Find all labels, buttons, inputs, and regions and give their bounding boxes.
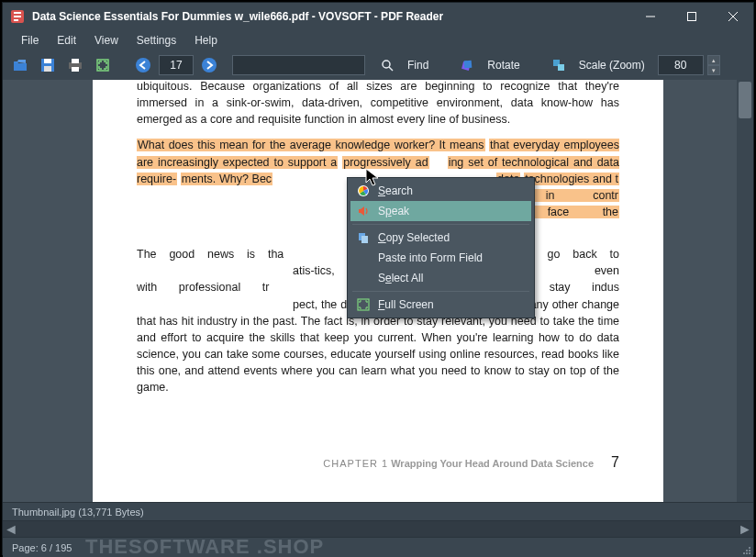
chapter-title: Wrapping Your Head Around Data Science	[391, 458, 594, 469]
vertical-scrollbar[interactable]	[737, 80, 753, 502]
fullscreen-toolbar-button[interactable]	[91, 54, 115, 76]
minimize-button[interactable]	[629, 3, 671, 30]
window-title: Data Science Essentials For Dummies w_wi…	[32, 10, 629, 23]
page-number-display: 7	[611, 454, 619, 470]
scale-icon	[550, 58, 568, 72]
prev-page-button[interactable]	[131, 54, 155, 76]
save-button[interactable]	[36, 54, 60, 76]
svg-point-32	[749, 552, 750, 554]
search-icon	[378, 58, 396, 72]
svg-point-31	[746, 552, 748, 554]
svg-point-17	[383, 61, 390, 68]
google-search-icon	[354, 184, 372, 198]
ctx-separator	[352, 224, 529, 225]
print-button[interactable]	[63, 54, 87, 76]
ctx-fullscreen[interactable]: Full Screen	[350, 295, 531, 315]
window-controls	[629, 3, 753, 30]
menubar: File Edit View Settings Help	[3, 30, 753, 50]
rotate-label: Rotate	[487, 59, 519, 72]
ctx-paste[interactable]: Paste into Form Field	[350, 248, 531, 268]
zoom-spinner: ▲ ▼	[707, 55, 720, 75]
ctx-copy-label: Copy Selected	[378, 231, 450, 244]
ctx-search[interactable]: Search	[350, 181, 531, 201]
titlebar: Data Science Essentials For Dummies w_wi…	[3, 3, 753, 30]
svg-point-30	[743, 552, 745, 554]
ctx-select-all[interactable]: Select All	[350, 268, 531, 288]
watermark: THESOFTWARE .SHOP	[85, 535, 324, 557]
svg-rect-2	[14, 16, 21, 17]
next-page-button[interactable]	[197, 54, 221, 76]
find-button[interactable]: Find	[369, 54, 438, 76]
menu-settings[interactable]: Settings	[129, 32, 183, 49]
svg-rect-13	[72, 67, 79, 72]
svg-point-28	[746, 550, 748, 551]
scroll-thumb[interactable]	[739, 82, 751, 118]
speaker-icon	[354, 204, 372, 218]
close-button[interactable]	[712, 3, 753, 30]
svg-rect-10	[44, 66, 51, 72]
svg-rect-22	[558, 64, 564, 71]
svg-rect-14	[97, 60, 108, 71]
ctx-paste-label: Paste into Form Field	[378, 251, 483, 264]
fullscreen-icon	[354, 297, 372, 312]
svg-rect-12	[72, 59, 79, 63]
menu-help[interactable]: Help	[187, 32, 225, 49]
svg-line-18	[389, 67, 393, 71]
ctx-copy[interactable]: Copy Selected	[350, 228, 531, 248]
resize-grip[interactable]	[740, 544, 751, 555]
scale-button[interactable]: Scale (Zoom)	[540, 54, 654, 76]
scroll-right-button[interactable]: ►	[737, 521, 753, 537]
maximize-button[interactable]	[671, 3, 712, 30]
scale-label: Scale (Zoom)	[579, 59, 645, 72]
svg-point-15	[136, 58, 150, 72]
copy-icon	[354, 230, 372, 245]
app-window: Data Science Essentials For Dummies w_wi…	[2, 2, 754, 555]
ctx-speak-label: Speak	[378, 205, 409, 217]
svg-rect-25	[361, 236, 368, 243]
search-input[interactable]	[232, 55, 365, 75]
status-bar-thumb: Thumbnail.jpg (13,771 Bytes)	[3, 502, 753, 520]
svg-rect-20	[464, 61, 472, 69]
ctx-search-label: Search	[378, 184, 413, 197]
svg-rect-3	[14, 19, 18, 21]
zoom-up-button[interactable]: ▲	[707, 55, 720, 65]
context-menu: Search Speak Copy Selected Paste into Fo…	[347, 177, 535, 318]
page-footer: CHAPTER 1 Wrapping Your Head Around Data…	[93, 451, 619, 473]
select-all-icon	[354, 271, 372, 285]
svg-point-29	[749, 550, 750, 551]
chapter-label: CHAPTER 1	[323, 458, 388, 469]
toolbar: Find Rotate Scale (Zoom) ▲ ▼	[3, 50, 753, 80]
page-number-input[interactable]	[159, 55, 194, 75]
zoom-down-button[interactable]: ▼	[707, 65, 720, 75]
ctx-speak[interactable]: Speak	[350, 201, 531, 221]
ctx-fullscreen-label: Full Screen	[378, 298, 434, 311]
svg-rect-5	[687, 13, 695, 21]
rotate-icon	[458, 58, 476, 72]
svg-point-27	[749, 547, 750, 549]
paste-icon	[354, 251, 372, 265]
menu-edit[interactable]: Edit	[50, 32, 83, 49]
scroll-left-button[interactable]: ◄	[3, 521, 19, 537]
ctx-separator	[352, 291, 529, 292]
find-label: Find	[407, 59, 428, 72]
svg-point-16	[202, 58, 217, 72]
paragraph: ubiquitous. Because organizations of all…	[137, 80, 619, 128]
menu-file[interactable]: File	[14, 32, 46, 49]
open-button[interactable]	[8, 54, 32, 76]
zoom-value-input[interactable]	[658, 55, 704, 75]
svg-rect-9	[44, 59, 51, 63]
app-icon	[10, 9, 25, 24]
svg-rect-1	[14, 12, 21, 14]
svg-rect-26	[358, 299, 369, 310]
rotate-button[interactable]: Rotate	[449, 54, 528, 76]
ctx-select-all-label: Select All	[378, 272, 423, 284]
thumbnail-info: Thumbnail.jpg (13,771 Bytes)	[12, 507, 144, 518]
status-bar-page: Page: 6 / 195 THESOFTWARE .SHOP	[3, 537, 753, 557]
menu-view[interactable]: View	[87, 32, 126, 49]
page-info: Page: 6 / 195	[12, 542, 72, 553]
